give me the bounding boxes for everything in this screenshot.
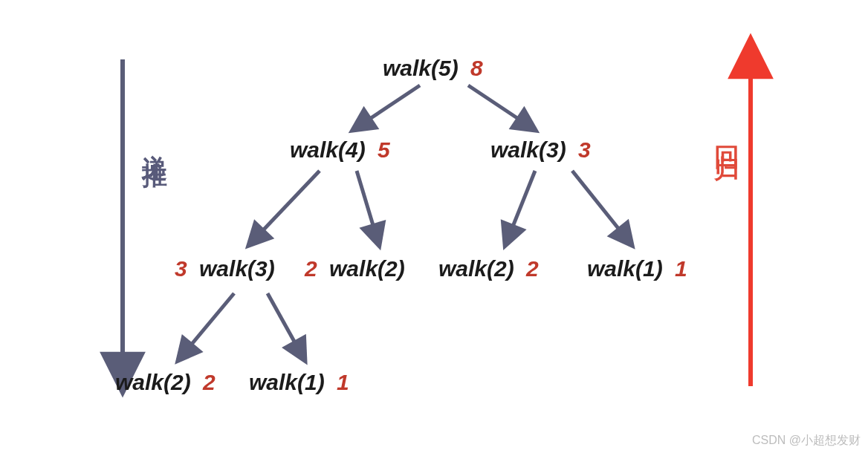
watermark: CSDN @小超想发财	[752, 433, 861, 449]
node-walk1-a: walk(1) 1	[587, 256, 687, 281]
svg-line-2	[249, 171, 320, 245]
node-value: 8	[470, 56, 483, 80]
node-walk3-right: walk(3) 3	[490, 137, 591, 163]
node-label: walk(2)	[438, 256, 514, 281]
node-walk5: walk(5) 8	[383, 56, 483, 81]
node-walk2-c: walk(2) 2	[115, 370, 216, 395]
node-label: walk(2)	[329, 256, 405, 281]
svg-line-1	[468, 85, 535, 130]
node-value: 1	[337, 370, 349, 394]
right-side-label: 回归	[710, 126, 744, 144]
svg-line-0	[353, 85, 420, 130]
svg-line-5	[572, 171, 632, 245]
left-side-label: 递推	[137, 134, 172, 151]
svg-line-7	[268, 293, 305, 360]
svg-line-3	[357, 171, 379, 245]
diagram-stage: 递推 回归 walk(5) 8 walk(4) 5 walk(3) 3 3 wa…	[0, 0, 868, 453]
node-value: 1	[675, 256, 687, 281]
node-label: walk(3)	[199, 256, 275, 281]
node-value: 3	[578, 137, 591, 162]
node-value: 5	[378, 137, 390, 162]
node-walk4: walk(4) 5	[290, 137, 390, 163]
node-walk1-b: walk(1) 1	[249, 370, 349, 395]
node-walk3-left: 3 walk(3)	[175, 256, 275, 281]
node-value: 2	[305, 256, 317, 281]
node-value: 2	[203, 370, 216, 394]
node-label: walk(4)	[290, 137, 366, 162]
node-walk2-a: 2 walk(2)	[305, 256, 405, 281]
node-label: walk(5)	[383, 56, 459, 80]
svg-line-6	[178, 293, 234, 360]
node-label: walk(1)	[587, 256, 663, 281]
node-value: 2	[526, 256, 539, 281]
svg-line-4	[505, 171, 535, 245]
node-label: walk(1)	[249, 370, 325, 394]
node-walk2-b: walk(2) 2	[438, 256, 539, 281]
node-label: walk(2)	[115, 370, 191, 394]
node-value: 3	[175, 256, 187, 281]
node-label: walk(3)	[490, 137, 566, 162]
